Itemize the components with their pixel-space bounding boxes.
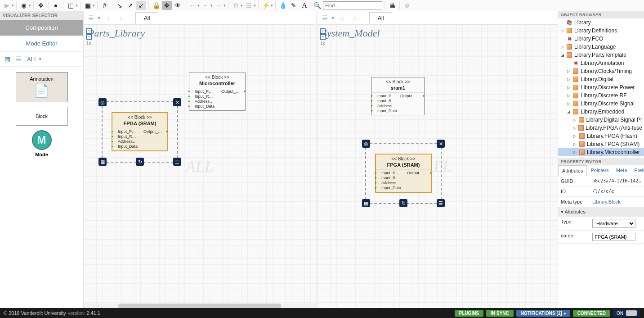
block-fpga2[interactable]: << Block >>FPGA (SRAM) Input_P…Input_R…A… — [375, 154, 432, 193]
tab-preferences[interactable]: Preferences — [631, 165, 644, 176]
tree-toggle-icon[interactable]: ▷ — [566, 69, 571, 73]
tab-mode-editor[interactable]: Mode Editor — [0, 36, 83, 51]
tree-item[interactable]: ▷Library.Clocks/Timing — [558, 67, 644, 75]
minus1-icon[interactable]: − — [201, 1, 210, 10]
canvas-tab-all[interactable]: All — [369, 12, 392, 23]
filter-all[interactable]: ALL ▾ — [27, 56, 41, 63]
split-icon[interactable]: ◫ — [66, 1, 76, 10]
tree-item[interactable]: ◢Library.Embedded — [558, 108, 644, 116]
undo-icon[interactable]: ← — [188, 1, 197, 10]
tree-toggle-icon[interactable]: ▷ — [572, 134, 577, 138]
tree-toggle-icon[interactable]: ▷ — [566, 77, 571, 82]
search-icon[interactable]: 🔍 — [312, 1, 322, 10]
record-icon[interactable]: ● — [51, 1, 61, 10]
eye-icon[interactable]: 👁 — [173, 1, 183, 10]
tree-item[interactable]: ✖Library.Annotation — [558, 59, 644, 67]
target-icon[interactable]: ◉ — [19, 1, 29, 10]
tree-toggle-icon[interactable]: ▷ — [572, 126, 577, 130]
tree-toggle-icon[interactable]: ◢ — [566, 109, 571, 114]
list-icon[interactable]: ☰ — [320, 14, 329, 22]
font-icon[interactable]: A — [300, 1, 309, 10]
zoom-in-icon[interactable]: + — [86, 28, 92, 34]
move-icon[interactable]: ✥ — [36, 1, 46, 10]
badge-plugins[interactable]: PLUGINS — [455, 310, 483, 317]
handle-nw-icon[interactable]: ◎ — [362, 140, 370, 148]
tree-item[interactable]: ▷Library.Digital Signal Pr — [558, 116, 644, 124]
grid-icon[interactable]: ▦ — [83, 1, 93, 10]
bolt-icon[interactable]: ⚡ — [261, 1, 271, 10]
tree-toggle-icon[interactable]: ▷ — [572, 142, 577, 146]
canvas-body[interactable]: + − 1x ALL ◎ ✕ ▦ ☰ ↻ << Block >>FPGA (SR… — [84, 25, 316, 308]
palette-mode[interactable]: M Mode — [32, 130, 52, 157]
attributes-section[interactable]: ▾ Attributes — [558, 207, 644, 217]
tree-item[interactable]: ▷Library.Discrete Power — [558, 83, 644, 91]
nav-back-icon[interactable]: ‹ — [104, 14, 113, 22]
palette-annotation[interactable]: Annotation 📄 — [16, 72, 68, 102]
tree-item[interactable]: ▷Library.Definitions — [558, 27, 644, 35]
scrollbar[interactable] — [84, 304, 316, 308]
close-icon[interactable]: ⊗ — [402, 1, 412, 10]
minus2-icon[interactable]: ☰ — [244, 1, 254, 10]
tree-item[interactable]: ✖Library.FCO — [558, 35, 644, 43]
pencil-icon[interactable]: ✎ — [289, 1, 299, 10]
tree-toggle-icon[interactable]: ▷ — [566, 101, 571, 106]
tree-toggle-icon[interactable]: ▷ — [560, 28, 564, 33]
object-tree[interactable]: 📚Library▷Library.Definitions✖Library.FCO… — [558, 18, 644, 158]
tree-item[interactable]: ▷Library.Digital — [558, 75, 644, 83]
tree-toggle-icon[interactable]: ▷ — [572, 118, 577, 122]
zoom-out-icon[interactable]: − — [320, 34, 326, 40]
name-input[interactable] — [592, 233, 635, 241]
search-input[interactable] — [323, 1, 382, 9]
palette-block[interactable]: Block — [16, 107, 68, 126]
diag2-icon[interactable]: ↗ — [125, 1, 135, 10]
tree-toggle-icon[interactable]: ▷ — [572, 150, 577, 154]
tree-item[interactable]: ◢Library.PartsTemplate — [558, 51, 644, 59]
play-icon[interactable]: ▶ — [2, 1, 12, 10]
block-fpga[interactable]: << Block >>FPGA (SRAM) Input_P…Input_R…A… — [112, 112, 168, 151]
tree-item[interactable]: ▷Library.Microcontroller — [558, 148, 644, 156]
handle-sw-icon[interactable]: ▦ — [362, 199, 370, 207]
badge-connected[interactable]: CONNECTED — [573, 310, 610, 317]
tab-meta[interactable]: Meta — [613, 165, 631, 176]
tree-item[interactable]: 📚Library — [558, 18, 644, 27]
move2-icon[interactable]: ✥ — [162, 1, 172, 10]
tree-toggle-icon[interactable]: ▷ — [566, 93, 571, 98]
handle-s-icon[interactable]: ↻ — [399, 199, 407, 207]
handle-nw-icon[interactable]: ◎ — [98, 98, 107, 106]
nav-fwd-icon[interactable]: › — [350, 14, 359, 22]
handle-ne-icon[interactable]: ✕ — [173, 98, 181, 106]
zoom-in-icon[interactable]: + — [320, 28, 326, 34]
hash-icon[interactable]: # — [100, 1, 110, 10]
tree-item[interactable]: ▷Library.FPGA (SRAM) — [558, 140, 644, 148]
drop-icon[interactable]: 💧 — [278, 1, 288, 10]
handle-se-icon[interactable]: ☰ — [173, 158, 181, 166]
handle-ne-icon[interactable]: ✕ — [437, 140, 445, 148]
type-select[interactable]: Hardware — [592, 219, 635, 228]
nav-back-icon[interactable]: ‹ — [338, 14, 347, 22]
diag1-icon[interactable]: ↘ — [115, 1, 125, 10]
badge-insync[interactable]: IN SYNC — [486, 310, 514, 317]
diag3-icon[interactable]: ↙ — [136, 1, 146, 10]
tab-composition[interactable]: Composition — [0, 20, 83, 36]
block-microcontroller[interactable]: << Block >>Microcontroller Input_P…Input… — [189, 73, 246, 111]
tree-toggle-icon[interactable]: ▷ — [560, 45, 564, 49]
tab-attributes[interactable]: Attributes — [558, 165, 587, 176]
zoom-out-icon[interactable]: − — [86, 34, 92, 40]
badge-notifications[interactable]: NOTIFICATIONS [1]▾ — [516, 310, 570, 317]
lock-icon[interactable]: 🔒 — [151, 1, 161, 10]
list-icon[interactable]: ☰ — [86, 14, 95, 22]
tab-pointers[interactable]: Pointers — [587, 165, 612, 176]
redo-icon[interactable]: → — [214, 1, 224, 10]
sliders-icon[interactable]: ⚙ — [231, 1, 241, 10]
nav-fwd-icon[interactable]: › — [116, 14, 125, 22]
tree-toggle-icon[interactable]: ◢ — [560, 53, 564, 57]
tree-item[interactable]: ▷Library.Language — [558, 43, 644, 51]
block-sram1[interactable]: << Block >>sram1 Input_P…Input_R…Address… — [371, 77, 425, 115]
tree-item[interactable]: ▷Library.Discrete RF — [558, 91, 644, 100]
handle-se-icon[interactable]: ☰ — [437, 199, 445, 207]
print-icon[interactable]: 🖶 — [387, 1, 397, 10]
canvas-tab-all[interactable]: All — [135, 12, 158, 23]
toggle-on[interactable]: ON — [613, 309, 640, 317]
list-view-icon[interactable]: ☰ — [16, 55, 22, 63]
tree-item[interactable]: ▷Library.FPGA (Anti-fuse — [558, 124, 644, 132]
